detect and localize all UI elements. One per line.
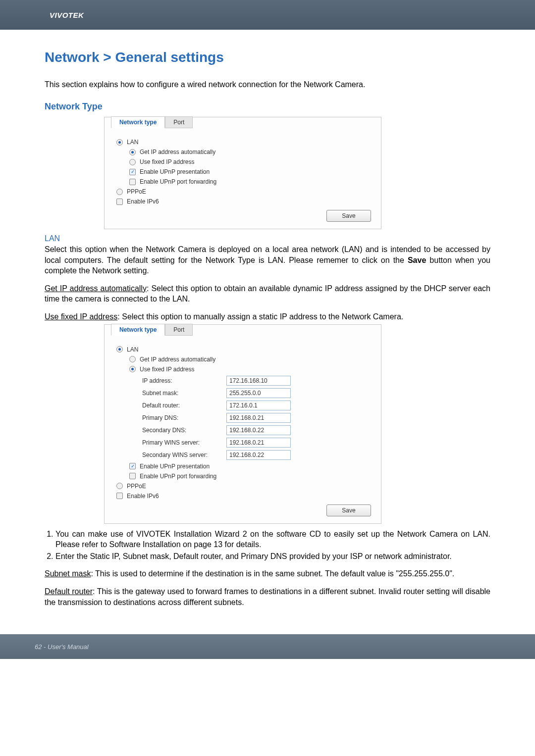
ipv6-label: Enable IPv6 bbox=[127, 493, 159, 500]
checkbox-icon bbox=[116, 199, 123, 205]
radio-icon bbox=[129, 149, 136, 155]
checkbox-icon bbox=[129, 169, 136, 175]
use-fixed-ip-paragraph: Use fixed IP address: Select this option… bbox=[45, 311, 490, 322]
get-ip-auto-label: Get IP address automatically bbox=[140, 356, 215, 363]
upnp-forwarding-label: Enable UPnP port forwarding bbox=[140, 178, 216, 185]
get-ip-auto-underline: Get IP address automatically bbox=[45, 284, 147, 293]
save-button[interactable]: Save bbox=[326, 504, 371, 516]
get-ip-auto-paragraph: Get IP address automatically: Select thi… bbox=[45, 283, 490, 304]
text: : Select this option to manually assign … bbox=[117, 312, 403, 321]
tab-network-type[interactable]: Network type bbox=[111, 116, 165, 128]
get-ip-auto-label: Get IP address automatically bbox=[140, 149, 215, 155]
ipv6-check[interactable]: Enable IPv6 bbox=[116, 493, 371, 500]
tab-network-type[interactable]: Network type bbox=[111, 324, 165, 336]
save-button[interactable]: Save bbox=[326, 210, 371, 222]
list-item: You can make use of VIVOTEK Installation… bbox=[55, 529, 490, 550]
footer-bar: 62 - User's Manual bbox=[0, 634, 535, 659]
button-row: Save bbox=[114, 504, 371, 516]
button-row: Save bbox=[114, 210, 371, 222]
network-type-panel-expanded: Network type Port LAN Get IP address aut… bbox=[104, 324, 381, 524]
panel-tabs: Network type Port bbox=[111, 117, 374, 129]
default-router-input[interactable]: 172.16.0.1 bbox=[226, 401, 291, 410]
lan-option[interactable]: LAN bbox=[116, 346, 371, 353]
intro-text: This section explains how to configure a… bbox=[45, 80, 490, 89]
pppoe-option[interactable]: PPPoE bbox=[116, 188, 371, 195]
primary-dns-label: Primary DNS: bbox=[142, 414, 226, 421]
subnet-mask-underline: Subnet mask bbox=[45, 569, 91, 578]
network-type-panel-collapsed: Network type Port LAN Get IP address aut… bbox=[104, 117, 381, 229]
text: : This is the gateway used to forward fr… bbox=[45, 587, 490, 606]
use-fixed-ip-underline: Use fixed IP address bbox=[45, 312, 117, 321]
subnet-mask-input[interactable]: 255.255.0.0 bbox=[226, 388, 291, 398]
upnp-presentation-check[interactable]: Enable UPnP presentation bbox=[129, 168, 371, 175]
primary-wins-label: Primary WINS server: bbox=[142, 439, 226, 446]
radio-icon bbox=[129, 356, 136, 362]
checkbox-icon bbox=[129, 473, 136, 479]
primary-dns-input[interactable]: 192.168.0.21 bbox=[226, 413, 291, 423]
subnet-mask-paragraph: Subnet mask: This is used to determine i… bbox=[45, 568, 490, 579]
default-router-underline: Default router bbox=[45, 587, 93, 596]
ipv6-label: Enable IPv6 bbox=[127, 198, 159, 205]
pppoe-option[interactable]: PPPoE bbox=[116, 483, 371, 490]
get-ip-auto-option[interactable]: Get IP address automatically bbox=[129, 356, 371, 363]
secondary-dns-label: Secondary DNS: bbox=[142, 427, 226, 434]
radio-icon bbox=[129, 159, 136, 165]
upnp-presentation-label: Enable UPnP presentation bbox=[140, 463, 210, 470]
upnp-forwarding-check[interactable]: Enable UPnP port forwarding bbox=[129, 178, 371, 185]
lan-paragraph-1: Select this option when the Network Came… bbox=[45, 244, 490, 276]
ip-address-label: IP address: bbox=[142, 377, 226, 384]
use-fixed-ip-option[interactable]: Use fixed IP address bbox=[129, 366, 371, 373]
checkbox-icon bbox=[129, 463, 136, 469]
footer-text: 62 - User's Manual bbox=[35, 643, 89, 651]
default-router-row: Default router: 172.16.0.1 bbox=[142, 401, 371, 410]
panel-body: LAN Get IP address automatically Use fix… bbox=[111, 336, 374, 516]
secondary-wins-input[interactable]: 192.168.0.22 bbox=[226, 450, 291, 460]
panel-tabs: Network type Port bbox=[111, 324, 374, 336]
secondary-wins-row: Secondary WINS server: 192.168.0.22 bbox=[142, 450, 371, 460]
header-bar: VIVOTEK bbox=[0, 0, 535, 30]
pppoe-label: PPPoE bbox=[127, 483, 146, 490]
secondary-dns-row: Secondary DNS: 192.168.0.22 bbox=[142, 425, 371, 435]
default-router-paragraph: Default router: This is the gateway used… bbox=[45, 586, 490, 607]
pppoe-label: PPPoE bbox=[127, 188, 146, 195]
instruction-list: You can make use of VIVOTEK Installation… bbox=[55, 529, 490, 562]
radio-icon bbox=[129, 366, 136, 372]
lan-label: LAN bbox=[127, 346, 138, 353]
tab-port[interactable]: Port bbox=[165, 324, 193, 336]
primary-wins-row: Primary WINS server: 192.168.0.21 bbox=[142, 438, 371, 448]
page-title: Network > General settings bbox=[45, 50, 490, 65]
lan-option[interactable]: LAN bbox=[116, 139, 371, 146]
primary-wins-input[interactable]: 192.168.0.21 bbox=[226, 438, 291, 448]
content-area: Network > General settings This section … bbox=[0, 30, 535, 634]
primary-dns-row: Primary DNS: 192.168.0.21 bbox=[142, 413, 371, 423]
upnp-forwarding-label: Enable UPnP port forwarding bbox=[140, 473, 216, 480]
ip-address-row: IP address: 172.16.168.10 bbox=[142, 376, 371, 386]
ip-address-input[interactable]: 172.16.168.10 bbox=[226, 376, 291, 386]
checkbox-icon bbox=[129, 179, 136, 185]
get-ip-auto-option[interactable]: Get IP address automatically bbox=[129, 149, 371, 155]
list-item: Enter the Static IP, Subnet mask, Defaul… bbox=[55, 551, 490, 562]
upnp-presentation-check[interactable]: Enable UPnP presentation bbox=[129, 463, 371, 470]
radio-icon bbox=[116, 189, 123, 195]
default-router-label: Default router: bbox=[142, 402, 226, 409]
ipv6-check[interactable]: Enable IPv6 bbox=[116, 198, 371, 205]
panel-body: LAN Get IP address automatically Use fix… bbox=[111, 129, 374, 222]
lan-label: LAN bbox=[127, 139, 138, 146]
secondary-dns-input[interactable]: 192.168.0.22 bbox=[226, 425, 291, 435]
upnp-presentation-label: Enable UPnP presentation bbox=[140, 168, 210, 175]
brand-label: VIVOTEK bbox=[50, 11, 84, 19]
checkbox-icon bbox=[116, 493, 123, 499]
tab-port[interactable]: Port bbox=[165, 116, 193, 128]
upnp-forwarding-check[interactable]: Enable UPnP port forwarding bbox=[129, 473, 371, 480]
use-fixed-ip-label: Use fixed IP address bbox=[140, 366, 195, 373]
subnet-mask-row: Subnet mask: 255.255.0.0 bbox=[142, 388, 371, 398]
network-type-heading: Network Type bbox=[45, 101, 490, 112]
use-fixed-ip-label: Use fixed IP address bbox=[140, 158, 195, 165]
radio-icon bbox=[116, 483, 123, 489]
text: : This is used to determine if the desti… bbox=[91, 569, 454, 578]
use-fixed-ip-option[interactable]: Use fixed IP address bbox=[129, 158, 371, 165]
secondary-wins-label: Secondary WINS server: bbox=[142, 452, 226, 458]
save-word: Save bbox=[408, 256, 426, 264]
radio-icon bbox=[116, 139, 123, 146]
subnet-mask-label: Subnet mask: bbox=[142, 390, 226, 397]
